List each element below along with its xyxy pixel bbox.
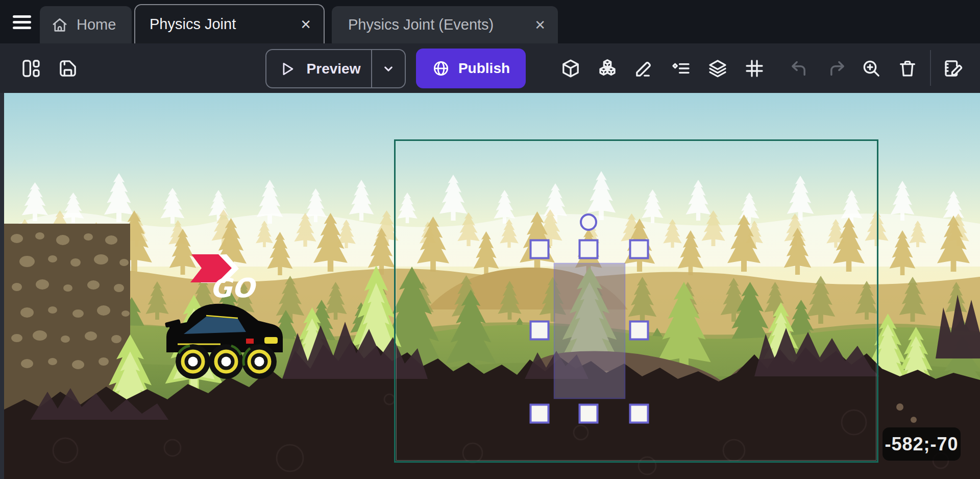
rotate-handle[interactable] — [581, 214, 596, 230]
chevron-down-icon — [381, 61, 396, 77]
tab-home[interactable]: Home — [40, 6, 132, 43]
scene-editor-canvas[interactable]: GO — [0, 93, 980, 479]
resize-handle-top-center[interactable] — [580, 241, 598, 258]
instances-list-button[interactable] — [663, 43, 699, 93]
car-wheels — [176, 344, 277, 379]
toolbar: Preview Publish — [0, 43, 980, 93]
main-menu-icon[interactable] — [13, 15, 31, 30]
cursor-coordinates-badge: -582;-70 — [883, 427, 961, 461]
preview-options-button[interactable] — [372, 61, 405, 77]
resize-handle-middle-right[interactable] — [630, 322, 648, 340]
tab-bar: Home Physics Joint ✕ Physics Joint (Even… — [0, 0, 980, 43]
zoom-in-icon — [861, 58, 881, 79]
tab-label: Physics Joint (Events) — [348, 16, 494, 33]
home-icon — [51, 16, 68, 34]
redo-button[interactable] — [818, 43, 854, 93]
resize-handle-bottom-center[interactable] — [580, 405, 598, 423]
preview-label: Preview — [296, 61, 371, 77]
undo-button[interactable] — [782, 43, 818, 93]
grid-icon — [744, 58, 765, 79]
layers-icon — [707, 58, 728, 79]
edit-events-button[interactable] — [935, 43, 972, 93]
preview-button[interactable]: Preview — [265, 49, 406, 88]
save-button[interactable] — [48, 43, 87, 93]
scene-canvas[interactable]: GO — [4, 93, 980, 479]
resize-handle-top-right[interactable] — [630, 241, 648, 258]
panel-layout-icon — [21, 58, 41, 79]
save-icon — [58, 58, 78, 79]
resize-handle-bottom-right[interactable] — [630, 405, 648, 423]
tab-physics-joint-events[interactable]: Physics Joint (Events) ✕ — [332, 6, 558, 43]
trash-icon — [897, 58, 918, 79]
pencil-icon — [634, 58, 654, 79]
open-objects-panel-button[interactable] — [552, 43, 589, 93]
undo-icon — [790, 58, 810, 79]
tab-label: Physics Joint — [150, 16, 236, 33]
toggle-panels-button[interactable] — [12, 43, 50, 93]
instances-cubes-icon — [597, 58, 618, 79]
resize-handle-bottom-left[interactable] — [531, 405, 549, 423]
selected-instance-overlay[interactable] — [554, 264, 625, 398]
close-tab-icon[interactable]: ✕ — [300, 18, 311, 31]
close-tab-icon[interactable]: ✕ — [534, 18, 546, 32]
gdevelop-editor-window: Home Physics Joint ✕ Physics Joint (Even… — [0, 0, 980, 479]
publish-button[interactable]: Publish — [416, 49, 526, 88]
layers-panel-button[interactable] — [699, 43, 736, 93]
objects-cube-icon — [560, 58, 581, 79]
grid-toggle-button[interactable] — [736, 43, 773, 93]
tab-home-label: Home — [77, 16, 116, 33]
resize-handle-middle-left[interactable] — [531, 322, 549, 340]
play-icon — [279, 60, 296, 78]
go-sign-label: GO — [210, 273, 257, 303]
zoom-button[interactable] — [853, 43, 889, 93]
toolbar-divider — [930, 50, 931, 86]
edit-object-button[interactable] — [626, 43, 663, 93]
delete-button[interactable] — [890, 43, 925, 93]
resize-handle-top-left[interactable] — [531, 241, 549, 258]
globe-icon — [432, 59, 450, 78]
redo-icon — [826, 58, 846, 79]
publish-label: Publish — [458, 60, 510, 77]
edit-events-icon — [943, 58, 964, 79]
open-instances-panel-button[interactable] — [589, 43, 626, 93]
tab-physics-joint[interactable]: Physics Joint ✕ — [134, 4, 325, 43]
instances-list-icon — [671, 58, 691, 79]
